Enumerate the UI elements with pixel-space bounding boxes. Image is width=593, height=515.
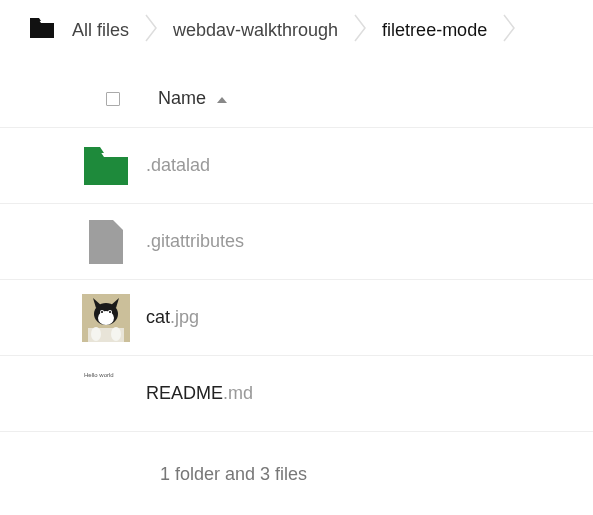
table-row[interactable]: .datalad [0, 128, 593, 204]
table-row[interactable]: .gitattributes [0, 204, 593, 280]
file-name[interactable]: .gitattributes [146, 231, 244, 252]
select-all-checkbox[interactable] [106, 92, 120, 106]
breadcrumb: All files webdav-walkthrough filetree-mo… [0, 0, 593, 60]
breadcrumb-item-1-label[interactable]: filetree-mode [376, 20, 493, 41]
file-name-main: README [146, 383, 223, 403]
breadcrumb-item-0[interactable]: webdav-walkthrough [167, 20, 344, 41]
svg-point-5 [101, 311, 103, 313]
file-name-main: cat [146, 307, 170, 327]
svg-point-6 [109, 311, 111, 313]
file-name-ext: .jpg [170, 307, 199, 327]
text-preview: Hello world [84, 372, 114, 378]
summary-text: 1 folder and 3 files [0, 432, 593, 515]
folder-icon [82, 142, 130, 190]
table-header: Name [0, 60, 593, 128]
breadcrumb-root-label[interactable]: All files [66, 20, 135, 41]
file-name-main: .datalad [146, 155, 210, 175]
file-icon [82, 218, 130, 266]
chevron-right-icon [354, 14, 366, 46]
file-name-ext: .md [223, 383, 253, 403]
summary-label: 1 folder and 3 files [160, 464, 307, 485]
chevron-right-icon [503, 14, 515, 46]
sort-asc-icon[interactable] [216, 88, 228, 109]
file-name[interactable]: cat.jpg [146, 307, 199, 328]
breadcrumb-item-0-label[interactable]: webdav-walkthrough [167, 20, 344, 41]
table-row[interactable]: Hello world README.md [0, 356, 593, 432]
table-row[interactable]: cat.jpg [0, 280, 593, 356]
home-folder-icon[interactable] [30, 18, 54, 42]
column-header-name[interactable]: Name [158, 88, 228, 109]
file-name[interactable]: .datalad [146, 155, 210, 176]
svg-point-9 [111, 327, 121, 341]
column-header-name-label: Name [158, 88, 206, 109]
breadcrumb-root[interactable]: All files [66, 20, 135, 41]
image-thumbnail [82, 294, 130, 342]
text-thumbnail: Hello world [82, 370, 130, 418]
file-name-main: .gitattributes [146, 231, 244, 251]
file-name[interactable]: README.md [146, 383, 253, 404]
svg-point-8 [91, 327, 101, 341]
breadcrumb-item-1[interactable]: filetree-mode [376, 20, 493, 41]
chevron-right-icon [145, 14, 157, 46]
